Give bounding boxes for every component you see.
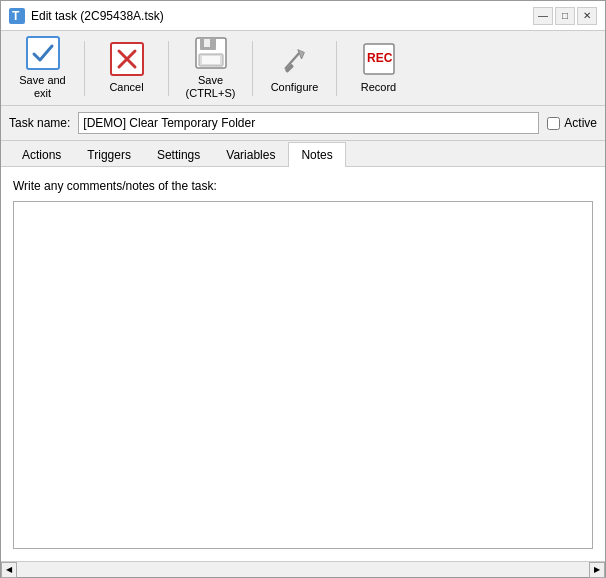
tab-content-notes: Write any comments/notes of the task: bbox=[1, 167, 605, 561]
maximize-button[interactable]: □ bbox=[555, 7, 575, 25]
cancel-label: Cancel bbox=[109, 81, 143, 94]
configure-label: Configure bbox=[271, 81, 319, 94]
notes-description: Write any comments/notes of the task: bbox=[13, 179, 593, 193]
title-bar-controls: — □ ✕ bbox=[533, 7, 597, 25]
notes-textarea[interactable] bbox=[13, 201, 593, 549]
svg-rect-10 bbox=[202, 56, 220, 64]
separator-4 bbox=[336, 41, 337, 96]
tabs-bar: Actions Triggers Settings Variables Note… bbox=[1, 141, 605, 167]
configure-icon bbox=[277, 41, 313, 77]
save-exit-label: Save and exit bbox=[10, 74, 75, 100]
scroll-left-button[interactable]: ◀ bbox=[1, 562, 17, 578]
save-button[interactable]: Save (CTRL+S) bbox=[173, 36, 248, 101]
save-label: Save (CTRL+S) bbox=[178, 74, 243, 100]
close-button[interactable]: ✕ bbox=[577, 7, 597, 25]
tab-actions[interactable]: Actions bbox=[9, 142, 74, 167]
horizontal-scrollbar: ◀ ▶ bbox=[1, 561, 605, 577]
record-button[interactable]: REC Record bbox=[341, 36, 416, 101]
task-name-label: Task name: bbox=[9, 116, 70, 130]
separator-3 bbox=[252, 41, 253, 96]
window-title: Edit task (2C95438A.tsk) bbox=[31, 9, 164, 23]
tab-notes[interactable]: Notes bbox=[288, 142, 345, 167]
record-label: Record bbox=[361, 81, 396, 94]
active-container: Active bbox=[547, 116, 597, 130]
svg-rect-2 bbox=[27, 37, 59, 69]
app-icon: T bbox=[9, 8, 25, 24]
svg-rect-8 bbox=[204, 39, 210, 47]
save-exit-button[interactable]: Save and exit bbox=[5, 36, 80, 101]
minimize-button[interactable]: — bbox=[533, 7, 553, 25]
record-icon: REC bbox=[361, 41, 397, 77]
save-icon bbox=[193, 36, 229, 70]
tab-settings[interactable]: Settings bbox=[144, 142, 213, 167]
title-bar: T Edit task (2C95438A.tsk) — □ ✕ bbox=[1, 1, 605, 31]
svg-text:T: T bbox=[12, 9, 20, 23]
title-bar-left: T Edit task (2C95438A.tsk) bbox=[9, 8, 164, 24]
scroll-track-horizontal[interactable] bbox=[17, 562, 589, 577]
tab-variables[interactable]: Variables bbox=[213, 142, 288, 167]
configure-button[interactable]: Configure bbox=[257, 36, 332, 101]
tab-triggers[interactable]: Triggers bbox=[74, 142, 144, 167]
scroll-right-button[interactable]: ▶ bbox=[589, 562, 605, 578]
toolbar: Save and exit Cancel bbox=[1, 31, 605, 106]
svg-text:REC: REC bbox=[367, 51, 393, 65]
cancel-icon bbox=[109, 41, 145, 77]
active-label: Active bbox=[564, 116, 597, 130]
task-name-bar: Task name: Active bbox=[1, 106, 605, 141]
separator-1 bbox=[84, 41, 85, 96]
cancel-button[interactable]: Cancel bbox=[89, 36, 164, 101]
separator-2 bbox=[168, 41, 169, 96]
task-name-input[interactable] bbox=[78, 112, 539, 134]
active-checkbox[interactable] bbox=[547, 117, 560, 130]
main-window: T Edit task (2C95438A.tsk) — □ ✕ Save an… bbox=[0, 0, 606, 578]
save-exit-icon bbox=[25, 36, 61, 70]
